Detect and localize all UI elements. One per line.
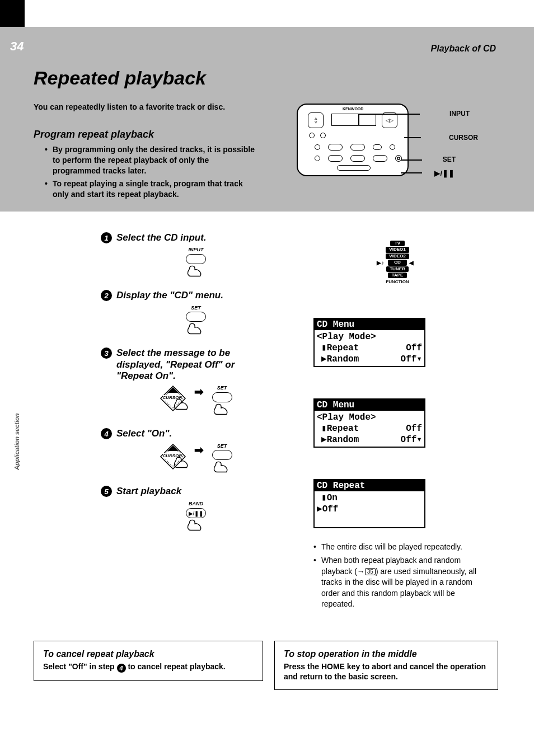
subheading-program-repeat: Program repeat playback <box>34 129 154 140</box>
lcd2-line1: <Play Mode> <box>317 412 422 423</box>
callout-cursor: CURSOR <box>449 134 478 142</box>
lcd2-repeat-value: Off <box>406 423 422 434</box>
lcd3-title: CD Repeat <box>315 480 424 491</box>
step-5-title: Start playback <box>116 486 181 496</box>
function-caption: FUNCTION <box>375 279 420 284</box>
step-1-title: Select the CD input. <box>116 232 207 243</box>
hand-icon <box>172 395 193 412</box>
hand-icon <box>185 262 207 279</box>
play-button-icon: ▶/❚❚ <box>185 508 207 533</box>
lcd2-random-value: Off▾ <box>401 434 422 445</box>
hand-icon <box>212 458 233 475</box>
lcd-cd-repeat: CD Repeat ▮On ▶Off <box>313 479 425 528</box>
step-2-caption: SET <box>123 305 269 311</box>
cancel-repeat-head: To cancel repeat playback <box>43 649 254 659</box>
page-ref-icon: 35 <box>365 568 376 575</box>
callout-set: SET <box>443 156 456 163</box>
step-num-1: 1 <box>101 232 112 243</box>
lcd3-on: ▮On <box>317 492 422 504</box>
step-num-2: 2 <box>101 290 112 301</box>
cancel-repeat-box: To cancel repeat playback Select "Off" i… <box>34 641 263 681</box>
stop-operation-box: To stop operation in the middle Press th… <box>274 641 498 690</box>
lcd2-repeat-label: ▮Repeat <box>317 423 359 434</box>
function-selector: TV VIDEO1 VIDEO2 ▶♪CD◀ TUNER TAPE FUNCTI… <box>375 241 420 284</box>
lcd1-random-value: Off▾ <box>401 354 422 365</box>
set-button-icon <box>185 312 207 337</box>
step-2-title: Display the "CD" menu. <box>116 290 223 300</box>
inline-step-num: 4 <box>117 664 126 673</box>
func-item-cd: ▶♪CD◀ <box>388 260 407 265</box>
lcd1-line1: <Play Mode> <box>317 331 422 342</box>
step-1: 1Select the CD input. INPUT <box>101 232 269 279</box>
func-item-tuner: TUNER <box>386 266 409 272</box>
callout-playpause: ▶/❚❚ <box>434 169 455 177</box>
steps-column: 1Select the CD input. INPUT 2Display the… <box>101 232 269 544</box>
hand-icon <box>212 400 233 417</box>
step-5-caption: BAND <box>123 501 269 506</box>
lcd-cd-menu-2: CD Menu <Play Mode> ▮RepeatOff ▶RandomOf… <box>313 398 425 448</box>
page-number: 34 <box>10 39 24 54</box>
intro-text: You can repeatedly listen to a favorite … <box>34 102 257 112</box>
step-4: 4Select "On". CURSOR ➡ SET <box>101 428 269 475</box>
intro-bullets: By programming only the desired tracks, … <box>45 144 257 201</box>
step-4-title: Select "On". <box>116 428 172 439</box>
stop-operation-body: Press the HOME key to abort and cancel t… <box>284 661 489 682</box>
step-num-4: 4 <box>101 428 112 439</box>
lcd2-random-label: ▶Random <box>317 434 359 445</box>
lcd1-repeat-label: ▮Repeat <box>317 342 359 354</box>
step-3-set-label: SET <box>212 385 233 391</box>
play-pause-glyph: ▶/❚❚ <box>186 508 206 518</box>
lcd2-title: CD Menu <box>315 400 424 411</box>
func-item-video1: VIDEO1 <box>386 247 409 252</box>
intro-bullet-2: To repeat playing a single track, progra… <box>45 179 257 200</box>
step-1-caption: INPUT <box>123 247 269 252</box>
step-4-set-label: SET <box>212 443 233 449</box>
cancel-repeat-body: Select "Off" in step 4 to cancel repeat … <box>43 661 254 673</box>
display-column: TV VIDEO1 VIDEO2 ▶♪CD◀ TUNER TAPE FUNCTI… <box>313 241 481 612</box>
hand-icon <box>172 453 193 470</box>
remote-input-pad: ▵▿ <box>308 112 324 128</box>
note-2: When both repeat playback and random pla… <box>313 555 487 610</box>
header-section-title: Playback of CD <box>431 44 496 54</box>
arrow-right-icon: ➡ <box>194 385 204 398</box>
step-3: 3Select the message to be displayed, "Re… <box>101 348 269 417</box>
remote-brand: KENWOOD <box>343 107 363 111</box>
set-button-icon <box>212 392 233 417</box>
lcd1-random-label: ▶Random <box>317 354 359 365</box>
func-item-tv: TV <box>390 241 405 246</box>
step-num-3: 3 <box>101 348 112 359</box>
hand-icon <box>185 320 207 336</box>
step-3-title: Select the message to be displayed, "Rep… <box>116 348 235 381</box>
step-num-5: 5 <box>101 486 112 497</box>
lcd3-off: ▶Off <box>317 504 422 515</box>
intro-bullet-1: By programming only the desired tracks, … <box>45 144 257 176</box>
step-2: 2Display the "CD" menu. SET <box>101 290 269 336</box>
corner-tab <box>0 0 25 27</box>
page-title: Repeated playback <box>34 67 206 89</box>
side-section-label: Application section <box>13 414 20 470</box>
notes-list: The entire disc will be played repeatedl… <box>313 542 487 610</box>
lcd1-title: CD Menu <box>315 319 424 330</box>
remote-cursor-pad: ◁▷ <box>382 112 397 128</box>
arrow-right-icon: ➡ <box>194 443 204 457</box>
note-1: The entire disc will be played repeatedl… <box>313 542 487 553</box>
set-button-icon <box>212 450 233 475</box>
lcd1-repeat-value: Off <box>406 342 422 354</box>
func-item-tape: TAPE <box>388 273 407 278</box>
func-item-video2: VIDEO2 <box>386 253 409 259</box>
lcd-cd-menu-1: CD Menu <Play Mode> ▮RepeatOff ▶RandomOf… <box>313 318 425 367</box>
remote-screen <box>331 114 376 126</box>
callout-input: INPUT <box>449 110 470 118</box>
stop-operation-head: To stop operation in the middle <box>284 649 489 659</box>
input-button-icon <box>185 253 207 279</box>
step-5: 5Start playback BAND ▶/❚❚ <box>101 486 269 532</box>
